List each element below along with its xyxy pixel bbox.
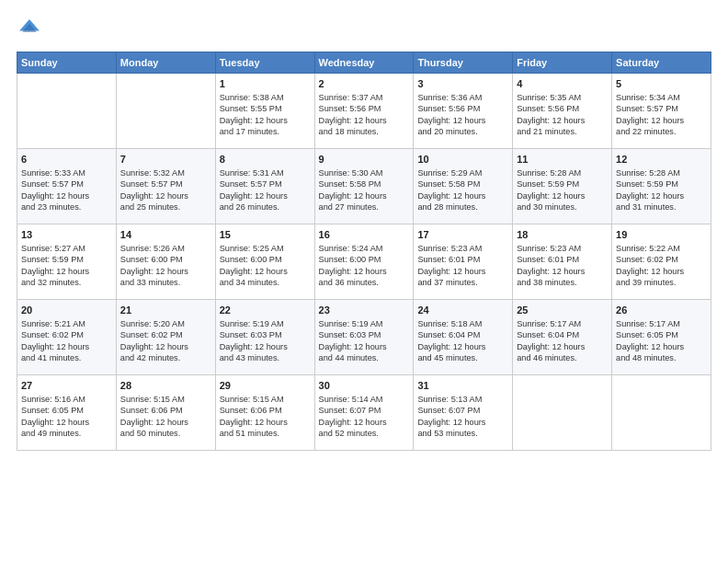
calendar-header: SundayMondayTuesdayWednesdayThursdayFrid…: [17, 52, 711, 74]
calendar-cell: 7Sunrise: 5:32 AM Sunset: 5:57 PM Daylig…: [116, 149, 215, 224]
calendar-cell: 6Sunrise: 5:33 AM Sunset: 5:57 PM Daylig…: [17, 149, 117, 224]
day-number: 11: [517, 153, 608, 167]
day-number: 13: [21, 228, 112, 242]
day-number: 17: [417, 228, 508, 242]
day-detail: Sunrise: 5:33 AM Sunset: 5:57 PM Dayligh…: [21, 167, 112, 213]
calendar-cell: 23Sunrise: 5:19 AM Sunset: 6:03 PM Dayli…: [314, 300, 414, 375]
calendar-cell: 30Sunrise: 5:14 AM Sunset: 6:07 PM Dayli…: [314, 375, 414, 451]
calendar-cell: 22Sunrise: 5:19 AM Sunset: 6:03 PM Dayli…: [215, 300, 314, 375]
calendar-cell: 24Sunrise: 5:18 AM Sunset: 6:04 PM Dayli…: [414, 300, 513, 375]
calendar-body: 1Sunrise: 5:38 AM Sunset: 5:55 PM Daylig…: [17, 74, 711, 451]
day-number: 7: [120, 153, 211, 167]
calendar-cell: 3Sunrise: 5:36 AM Sunset: 5:56 PM Daylig…: [414, 74, 513, 149]
calendar-cell: [17, 74, 117, 149]
day-number: 30: [319, 379, 410, 393]
day-number: 5: [616, 77, 707, 91]
day-detail: Sunrise: 5:28 AM Sunset: 5:59 PM Dayligh…: [517, 167, 608, 213]
day-number: 9: [319, 153, 410, 167]
weekday-header-tuesday: Tuesday: [215, 52, 314, 74]
calendar-cell: 5Sunrise: 5:34 AM Sunset: 5:57 PM Daylig…: [612, 74, 711, 149]
day-number: 19: [616, 228, 707, 242]
day-detail: Sunrise: 5:28 AM Sunset: 5:59 PM Dayligh…: [616, 167, 707, 213]
calendar-cell: 28Sunrise: 5:15 AM Sunset: 6:06 PM Dayli…: [116, 375, 215, 451]
calendar-cell: 29Sunrise: 5:15 AM Sunset: 6:06 PM Dayli…: [215, 375, 314, 451]
day-detail: Sunrise: 5:22 AM Sunset: 6:02 PM Dayligh…: [616, 243, 707, 289]
day-detail: Sunrise: 5:13 AM Sunset: 6:07 PM Dayligh…: [417, 394, 508, 440]
day-number: 27: [21, 379, 112, 393]
calendar-cell: 11Sunrise: 5:28 AM Sunset: 5:59 PM Dayli…: [513, 149, 612, 224]
calendar-cell: 27Sunrise: 5:16 AM Sunset: 6:05 PM Dayli…: [17, 375, 117, 451]
day-detail: Sunrise: 5:25 AM Sunset: 6:00 PM Dayligh…: [220, 243, 311, 289]
day-number: 12: [616, 153, 707, 167]
weekday-header-thursday: Thursday: [414, 52, 513, 74]
weekday-header-saturday: Saturday: [612, 52, 711, 74]
day-detail: Sunrise: 5:15 AM Sunset: 6:06 PM Dayligh…: [220, 394, 311, 440]
day-number: 4: [517, 77, 608, 91]
logo-icon: [17, 17, 42, 42]
calendar-cell: 16Sunrise: 5:24 AM Sunset: 6:00 PM Dayli…: [314, 224, 414, 300]
calendar-cell: [116, 74, 215, 149]
day-detail: Sunrise: 5:18 AM Sunset: 6:04 PM Dayligh…: [417, 318, 508, 364]
calendar-week-4: 20Sunrise: 5:21 AM Sunset: 6:02 PM Dayli…: [17, 300, 711, 375]
day-detail: Sunrise: 5:19 AM Sunset: 6:03 PM Dayligh…: [319, 318, 410, 364]
calendar-cell: 19Sunrise: 5:22 AM Sunset: 6:02 PM Dayli…: [612, 224, 711, 300]
calendar-table: SundayMondayTuesdayWednesdayThursdayFrid…: [17, 52, 711, 451]
day-number: 31: [417, 379, 508, 393]
calendar-cell: 20Sunrise: 5:21 AM Sunset: 6:02 PM Dayli…: [17, 300, 117, 375]
calendar-week-3: 13Sunrise: 5:27 AM Sunset: 5:59 PM Dayli…: [17, 224, 711, 300]
day-detail: Sunrise: 5:21 AM Sunset: 6:02 PM Dayligh…: [21, 318, 112, 364]
day-number: 26: [616, 304, 707, 317]
calendar-week-2: 6Sunrise: 5:33 AM Sunset: 5:57 PM Daylig…: [17, 149, 711, 224]
day-detail: Sunrise: 5:35 AM Sunset: 5:56 PM Dayligh…: [517, 92, 608, 138]
day-detail: Sunrise: 5:19 AM Sunset: 6:03 PM Dayligh…: [220, 318, 311, 364]
day-detail: Sunrise: 5:17 AM Sunset: 6:05 PM Dayligh…: [616, 318, 707, 364]
day-detail: Sunrise: 5:27 AM Sunset: 5:59 PM Dayligh…: [21, 243, 112, 289]
day-number: 8: [220, 153, 311, 167]
day-number: 15: [220, 228, 311, 242]
calendar-cell: 2Sunrise: 5:37 AM Sunset: 5:56 PM Daylig…: [314, 74, 414, 149]
day-detail: Sunrise: 5:15 AM Sunset: 6:06 PM Dayligh…: [120, 394, 211, 440]
day-detail: Sunrise: 5:23 AM Sunset: 6:01 PM Dayligh…: [417, 243, 508, 289]
day-detail: Sunrise: 5:38 AM Sunset: 5:55 PM Dayligh…: [220, 92, 311, 138]
calendar-cell: 10Sunrise: 5:29 AM Sunset: 5:58 PM Dayli…: [414, 149, 513, 224]
calendar-cell: 9Sunrise: 5:30 AM Sunset: 5:58 PM Daylig…: [314, 149, 414, 224]
calendar-cell: 26Sunrise: 5:17 AM Sunset: 6:05 PM Dayli…: [612, 300, 711, 375]
calendar-cell: 21Sunrise: 5:20 AM Sunset: 6:02 PM Dayli…: [116, 300, 215, 375]
calendar-cell: 18Sunrise: 5:23 AM Sunset: 6:01 PM Dayli…: [513, 224, 612, 300]
day-detail: Sunrise: 5:30 AM Sunset: 5:58 PM Dayligh…: [319, 167, 410, 213]
calendar-cell: 15Sunrise: 5:25 AM Sunset: 6:00 PM Dayli…: [215, 224, 314, 300]
page: SundayMondayTuesdayWednesdayThursdayFrid…: [0, 0, 728, 563]
day-number: 2: [319, 77, 410, 91]
day-detail: Sunrise: 5:37 AM Sunset: 5:56 PM Dayligh…: [319, 92, 410, 138]
calendar-week-1: 1Sunrise: 5:38 AM Sunset: 5:55 PM Daylig…: [17, 74, 711, 149]
day-number: 14: [120, 228, 211, 242]
day-number: 20: [21, 304, 112, 317]
day-number: 6: [21, 153, 112, 167]
calendar-cell: 1Sunrise: 5:38 AM Sunset: 5:55 PM Daylig…: [215, 74, 314, 149]
day-number: 10: [417, 153, 508, 167]
day-number: 24: [417, 304, 508, 317]
calendar-week-5: 27Sunrise: 5:16 AM Sunset: 6:05 PM Dayli…: [17, 375, 711, 451]
weekday-header-wednesday: Wednesday: [314, 52, 414, 74]
calendar-cell: 17Sunrise: 5:23 AM Sunset: 6:01 PM Dayli…: [414, 224, 513, 300]
calendar-cell: 12Sunrise: 5:28 AM Sunset: 5:59 PM Dayli…: [612, 149, 711, 224]
weekday-header-sunday: Sunday: [17, 52, 117, 74]
logo: [17, 17, 46, 42]
day-number: 29: [220, 379, 311, 393]
day-number: 3: [417, 77, 508, 91]
day-detail: Sunrise: 5:36 AM Sunset: 5:56 PM Dayligh…: [417, 92, 508, 138]
weekday-header-monday: Monday: [116, 52, 215, 74]
day-detail: Sunrise: 5:31 AM Sunset: 5:57 PM Dayligh…: [220, 167, 311, 213]
calendar-cell: [513, 375, 612, 451]
day-number: 22: [220, 304, 311, 317]
day-detail: Sunrise: 5:23 AM Sunset: 6:01 PM Dayligh…: [517, 243, 608, 289]
day-detail: Sunrise: 5:20 AM Sunset: 6:02 PM Dayligh…: [120, 318, 211, 364]
day-detail: Sunrise: 5:24 AM Sunset: 6:00 PM Dayligh…: [319, 243, 410, 289]
day-detail: Sunrise: 5:29 AM Sunset: 5:58 PM Dayligh…: [417, 167, 508, 213]
day-number: 25: [517, 304, 608, 317]
day-number: 21: [120, 304, 211, 317]
day-detail: Sunrise: 5:14 AM Sunset: 6:07 PM Dayligh…: [319, 394, 410, 440]
day-number: 23: [319, 304, 410, 317]
day-number: 18: [517, 228, 608, 242]
weekday-header-row: SundayMondayTuesdayWednesdayThursdayFrid…: [17, 52, 711, 74]
